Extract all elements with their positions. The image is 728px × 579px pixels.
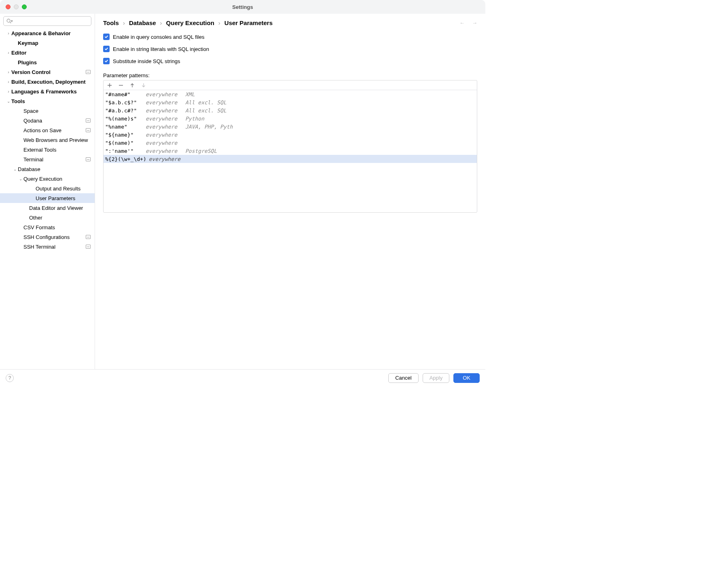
search-field[interactable]: ▾ [3,16,91,26]
checkbox-label: Substitute inside SQL strings [113,58,180,64]
checkbox-checked-icon [103,34,110,40]
tree-item[interactable]: SSH Terminal [0,242,95,251]
pattern-text: %{2}(\w+_\d+) [105,156,146,162]
tree-item[interactable]: ›Version Control [0,67,95,77]
settings-tree[interactable]: ›Appearance & BehaviorKeymap›EditorPlugi… [0,28,95,369]
move-up-icon[interactable] [129,82,135,88]
remove-icon[interactable] [118,82,124,88]
tree-item[interactable]: User Parameters [0,193,95,203]
pattern-text: "%(name)s" [105,116,146,122]
pattern-text: ":'name'" [105,148,146,154]
tree-item[interactable]: ›Editor [0,48,95,57]
pattern-row[interactable]: "#a.b.c#?"everywhereAll excl. SQL [104,106,477,114]
breadcrumb-item[interactable]: Database [129,19,156,26]
substitute-strings-checkbox[interactable]: Substitute inside SQL strings [103,58,477,64]
tree-item[interactable]: Output and Results [0,184,95,193]
tree-item-label: SSH Configurations [23,234,70,240]
move-down-icon [141,82,146,88]
tree-item[interactable]: CSV Formats [0,222,95,232]
checkbox-checked-icon [103,58,110,64]
chevron-icon: ⌄ [18,177,23,181]
pattern-row[interactable]: "%(name)s"everywherePython [104,114,477,123]
pattern-context: XML [185,91,195,97]
tree-item[interactable]: Space [0,106,95,116]
tree-item[interactable]: Keymap [0,38,95,48]
tree-item-label: SSH Terminal [23,244,55,250]
tree-item[interactable]: ›Build, Execution, Deployment [0,77,95,87]
tree-item-label: Build, Execution, Deployment [11,79,85,85]
enable-consoles-checkbox[interactable]: Enable in query consoles and SQL files [103,34,477,40]
pattern-scope: everywhere [146,140,185,146]
pattern-scope: everywhere [149,156,188,162]
patterns-toolbar [104,80,477,90]
tree-item-label: CSV Formats [23,224,55,230]
pattern-scope: everywhere [146,124,185,130]
tree-item-label: Languages & Frameworks [11,89,77,95]
breadcrumb-item[interactable]: Query Execution [166,19,214,26]
tree-item[interactable]: ⌄Database [0,164,95,174]
tree-item[interactable]: Other [0,213,95,222]
pattern-row[interactable]: "$a.b.c$?"everywhereAll excl. SQL [104,98,477,106]
search-input[interactable] [15,18,89,24]
breadcrumb: Tools › Database › Query Execution › Use… [103,19,273,26]
tree-item-label: Output and Results [36,186,80,192]
chevron-icon: › [6,70,11,74]
help-icon[interactable]: ? [6,374,14,382]
window-title: Settings [0,4,485,10]
forward-icon[interactable]: → [472,20,477,26]
patterns-rows[interactable]: "#name#"everywhereXML"$a.b.c$?"everywher… [104,90,477,212]
pattern-scope: everywhere [146,116,185,122]
tree-item[interactable]: Terminal [0,154,95,164]
tree-item[interactable]: Data Editor and Viewer [0,203,95,213]
tree-item-label: Query Execution [23,176,62,182]
tree-item-label: Data Editor and Viewer [29,205,83,211]
pattern-text: "%name" [105,124,146,130]
chevron-icon: › [6,51,11,55]
enable-string-literals-checkbox[interactable]: Enable in string literals with SQL injec… [103,46,477,52]
tree-item[interactable]: Web Browsers and Preview [0,135,95,145]
cancel-button[interactable]: Cancel [388,373,418,383]
add-icon[interactable] [107,82,112,88]
patterns-table: "#name#"everywhereXML"$a.b.c$?"everywher… [103,80,477,213]
tree-item[interactable]: ›Appearance & Behavior [0,28,95,38]
back-icon[interactable]: ← [459,20,465,26]
tree-item-label: Qodana [23,118,42,124]
chevron-icon: › [6,89,11,94]
tree-item[interactable]: External Tools [0,145,95,154]
breadcrumb-item[interactable]: Tools [103,19,119,26]
tree-item[interactable]: Qodana [0,116,95,125]
tree-item[interactable]: Actions on Save [0,125,95,135]
tree-item-label: User Parameters [36,195,75,201]
chevron-icon: › [6,80,11,84]
pattern-text: "#name#" [105,91,146,97]
project-scope-icon [86,118,91,124]
pattern-context: PostgreSQL [185,148,217,154]
tree-item[interactable]: ⌄Query Execution [0,174,95,184]
dropdown-icon[interactable]: ▾ [11,19,13,23]
settings-window: Settings ▾ ›Appearance & BehaviorKeymap›… [0,0,485,386]
tree-item[interactable]: ›Languages & Frameworks [0,87,95,96]
checkbox-label: Enable in query consoles and SQL files [113,34,204,40]
pattern-text: "${name}" [105,132,146,138]
pattern-scope: everywhere [146,99,185,106]
pattern-scope: everywhere [146,132,185,138]
svg-point-0 [7,19,10,22]
patterns-label: Parameter patterns: [103,72,477,78]
pattern-row[interactable]: ":'name'"everywherePostgreSQL [104,147,477,155]
pattern-row[interactable]: "%name"everywhereJAVA, PHP, Pyth [104,123,477,131]
pattern-row[interactable]: "$(name)"everywhere [104,139,477,147]
ok-button[interactable]: OK [453,373,480,383]
nav-arrows: ← → [459,20,477,26]
apply-button[interactable]: Apply [423,373,450,383]
tree-item[interactable]: Plugins [0,57,95,67]
pattern-text: "#a.b.c#?" [105,108,146,114]
breadcrumb-sep: › [160,19,162,26]
tree-item[interactable]: SSH Configurations [0,232,95,242]
tree-item-label: Keymap [18,40,38,46]
pattern-row[interactable]: "${name}"everywhere [104,131,477,139]
project-scope-icon [86,156,91,163]
pattern-row[interactable]: "#name#"everywhereXML [104,90,477,98]
pattern-row[interactable]: %{2}(\w+_\d+)everywhere [104,155,477,163]
tree-item-label: Space [23,108,38,114]
tree-item[interactable]: ⌄Tools [0,96,95,106]
